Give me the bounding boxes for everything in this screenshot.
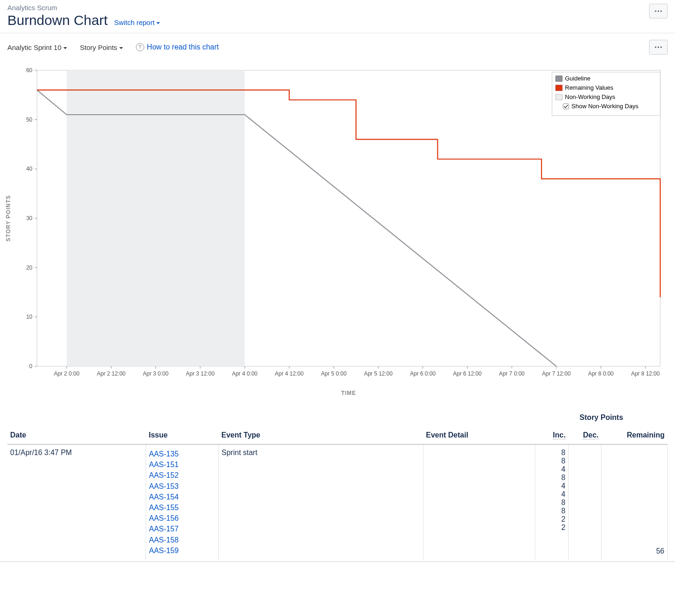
svg-text:Apr 8 12:00: Apr 8 12:00: [631, 370, 660, 377]
col-inc[interactable]: Inc.: [535, 426, 568, 444]
more-icon: [654, 46, 663, 49]
svg-point-5: [660, 46, 662, 48]
svg-text:Apr 2 12:00: Apr 2 12:00: [97, 370, 125, 377]
svg-text:Apr 3 12:00: Apr 3 12:00: [186, 370, 215, 377]
svg-text:Apr 8 0:00: Apr 8 0:00: [588, 370, 614, 377]
col-issue[interactable]: Issue: [146, 426, 219, 444]
svg-text:30: 30: [26, 215, 33, 222]
svg-text:Apr 5 12:00: Apr 5 12:00: [364, 370, 393, 377]
svg-rect-53: [556, 76, 562, 81]
issue-link[interactable]: AAS-135: [149, 449, 215, 459]
issue-link[interactable]: AAS-155: [149, 502, 215, 513]
svg-text:STORY POINTS: STORY POINTS: [5, 195, 12, 241]
page-title: Burndown Chart: [7, 12, 108, 28]
help-icon: ?: [136, 43, 144, 51]
svg-text:Apr 4 12:00: Apr 4 12:00: [275, 370, 304, 377]
col-dec[interactable]: Dec.: [568, 426, 601, 444]
how-to-read-link[interactable]: ? How to read this chart: [136, 43, 219, 51]
svg-text:Remaining Values: Remaining Values: [565, 84, 614, 91]
col-date[interactable]: Date: [7, 426, 146, 444]
svg-text:0: 0: [29, 363, 32, 370]
svg-point-4: [657, 46, 659, 48]
issue-link[interactable]: AAS-151: [149, 459, 215, 470]
svg-text:Apr 6 0:00: Apr 6 0:00: [410, 370, 436, 377]
issue-link[interactable]: AAS-152: [149, 470, 215, 480]
svg-text:20: 20: [26, 265, 33, 271]
svg-text:40: 40: [26, 166, 33, 172]
sprint-dropdown[interactable]: Analytic Sprint 10: [7, 43, 67, 51]
page-actions-button[interactable]: [649, 4, 668, 18]
issue-link[interactable]: AAS-154: [149, 492, 215, 502]
issue-link[interactable]: AAS-158: [149, 535, 215, 545]
svg-text:Show Non-Working Days: Show Non-Working Days: [571, 103, 638, 110]
svg-text:Apr 3 0:00: Apr 3 0:00: [143, 370, 169, 377]
how-to-label: How to read this chart: [147, 43, 219, 51]
svg-text:TIME: TIME: [341, 390, 356, 396]
svg-text:50: 50: [26, 117, 33, 123]
col-remaining[interactable]: Remaining: [601, 426, 668, 444]
chart-actions-button[interactable]: [649, 40, 668, 55]
svg-point-1: [657, 10, 659, 12]
issue-link[interactable]: AAS-159: [149, 545, 215, 556]
issue-link[interactable]: AAS-153: [149, 481, 215, 492]
col-event-detail[interactable]: Event Detail: [423, 426, 535, 444]
svg-text:10: 10: [26, 314, 33, 320]
more-icon: [654, 10, 663, 12]
svg-rect-57: [556, 94, 562, 100]
svg-text:60: 60: [26, 67, 33, 74]
burndown-chart: 0102030405060Apr 2 0:00Apr 2 12:00Apr 3 …: [0, 61, 668, 403]
issue-link[interactable]: AAS-156: [149, 513, 215, 524]
events-table: Story Points Date Issue Event Type Event…: [7, 409, 668, 560]
svg-point-3: [655, 46, 656, 48]
svg-text:Apr 4 0:00: Apr 4 0:00: [232, 370, 258, 377]
estimation-dropdown[interactable]: Story Points: [80, 43, 123, 51]
svg-point-0: [655, 10, 656, 12]
project-name: Analytics Scrum: [7, 4, 160, 12]
svg-text:Apr 7 0:00: Apr 7 0:00: [499, 370, 525, 377]
svg-point-2: [660, 10, 662, 12]
switch-report-link[interactable]: Switch report: [114, 18, 160, 26]
col-event-type[interactable]: Event Type: [219, 426, 423, 444]
svg-rect-59: [563, 104, 569, 109]
svg-rect-55: [556, 85, 562, 91]
svg-text:Apr 2 0:00: Apr 2 0:00: [54, 370, 80, 377]
svg-text:Guideline: Guideline: [565, 75, 590, 82]
story-points-group-header: Story Points: [535, 409, 668, 426]
svg-text:Apr 7 12:00: Apr 7 12:00: [542, 370, 571, 377]
issue-link[interactable]: AAS-157: [149, 524, 215, 534]
svg-text:Non-Working Days: Non-Working Days: [565, 93, 615, 100]
svg-text:Apr 6 12:00: Apr 6 12:00: [453, 370, 482, 377]
svg-text:Apr 5 0:00: Apr 5 0:00: [321, 370, 347, 377]
